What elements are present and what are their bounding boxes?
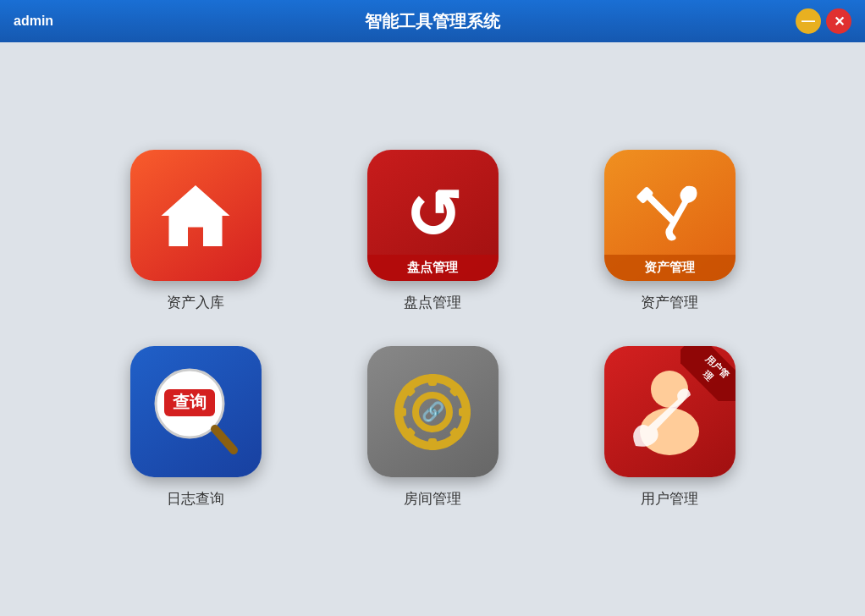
refresh-icon: ↻ [405,182,461,250]
icon-box-inventory: ↻ 盘点管理 [367,150,499,281]
icon-label-asset-entry: 资产入库 [167,293,224,312]
icon-label-room-mgr: 房间管理 [404,489,461,509]
titlebar: admin 智能工具管理系统 — ✕ [0,0,865,42]
icon-asset-mgr[interactable]: 资产管理 资产管理 [585,150,754,312]
icon-banner-inventory: 盘点管理 [367,255,499,281]
tools-icon [627,178,712,254]
icon-box-log-query: 查询 [130,346,262,477]
gear-link-icon: 🔗 [386,366,479,459]
icon-asset-entry[interactable]: 资产入库 [111,150,280,312]
icon-grid: 资产入库 ↻ 盘点管理 盘点管理 [111,150,754,509]
icon-label-inventory: 盘点管理 [404,293,461,312]
svg-text:🔗: 🔗 [421,400,445,423]
icon-banner-asset-mgr: 资产管理 [604,255,736,281]
icon-inventory[interactable]: ↻ 盘点管理 盘点管理 [348,150,517,312]
icon-box-asset-mgr: 资产管理 [604,150,736,281]
magnifier-icon: 查询 [140,357,251,467]
house-icon [157,178,234,254]
svg-marker-0 [162,185,230,246]
icon-log-query[interactable]: 查询 日志查询 [111,346,280,509]
app-title: 智能工具管理系统 [365,10,500,33]
svg-rect-12 [459,408,471,416]
icon-box-asset-entry [130,150,262,281]
svg-rect-9 [428,374,437,386]
close-button[interactable]: ✕ [826,8,851,34]
minimize-button[interactable]: — [796,8,821,34]
main-content: 资产入库 ↻ 盘点管理 盘点管理 [0,42,865,616]
icon-label-log-query: 日志查询 [167,489,224,509]
icon-user-mgr[interactable]: 用户管理 用户管理 [585,346,754,509]
window-controls: — ✕ [796,8,851,34]
icon-label-user-mgr: 用户管理 [641,489,698,509]
svg-rect-11 [394,408,406,416]
svg-rect-10 [428,438,437,450]
username-label: admin [14,14,53,29]
icon-label-asset-mgr: 资产管理 [641,293,698,312]
icon-room-mgr[interactable]: 🔗 房间管理 [348,346,517,509]
icon-box-room-mgr: 🔗 [367,346,499,477]
ribbon-label: 用户管理 [680,346,736,401]
svg-text:查询: 查询 [172,393,207,411]
ribbon-container: 用户管理 [680,346,736,401]
svg-line-6 [215,429,234,450]
icon-box-user-mgr: 用户管理 [604,346,736,477]
